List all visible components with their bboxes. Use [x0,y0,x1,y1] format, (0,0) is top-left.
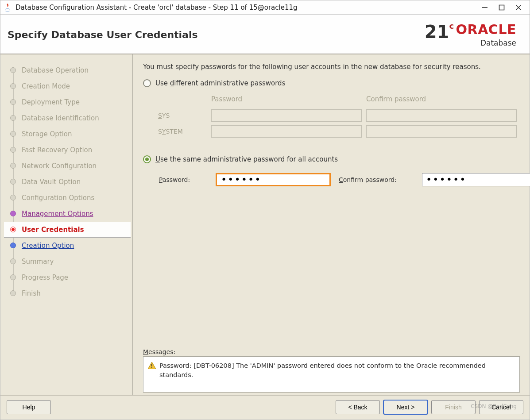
col-confirm: Confirm password [366,95,517,103]
sidebar-step-user-credentials[interactable]: User Credentials [4,222,131,238]
step-dot-icon [10,227,16,232]
confirm-password-label: Confirm password: [339,176,414,183]
sidebar-step-creation-option[interactable]: Creation Option [4,238,131,254]
intro-text: You must specify passwords for the follo… [143,62,520,72]
header: Specify Database User Credentials 21c OR… [0,15,530,54]
window-title: Database Configuration Assistant - Creat… [15,4,482,12]
window: Database Configuration Assistant - Creat… [0,0,530,420]
sidebar-step-database-operation: Database Operation [4,62,131,78]
row-sys-label: SYS [158,112,207,119]
row-system-label: SYSTEM [158,128,207,135]
sidebar-step-network-configuration: Network Configuration [4,158,131,174]
oracle-brand: 21c ORACLE Database [425,23,516,47]
step-dot-icon [10,163,16,169]
finish-button: Finish [431,400,476,414]
titlebar: Database Configuration Assistant - Creat… [0,0,530,15]
close-button[interactable] [515,4,522,11]
step-label: Finish [22,289,41,297]
step-label: Configuration Options [22,194,94,202]
step-label: Fast Recovery Option [22,146,92,154]
step-dot-icon [10,131,16,137]
confirm-password-input[interactable] [422,173,530,186]
back-button[interactable]: < Back [336,400,380,414]
help-button[interactable]: Help [7,400,51,414]
step-dot-icon [10,258,16,264]
sidebar-step-configuration-options: Configuration Options [4,190,131,206]
step-label: User Credentials [22,226,84,234]
radio-checked-icon[interactable] [143,155,151,163]
step-dot-icon [10,179,16,185]
step-dot-icon [10,83,16,89]
sidebar-step-progress-page: Progress Page [4,270,131,285]
step-dot-icon [10,274,16,280]
step-label: Summary [22,258,54,266]
step-label: Progress Page [22,274,68,281]
step-label: Storage Option [22,130,72,138]
svg-rect-4 [151,364,152,366]
option-same-label: Use the same administrative password for… [155,155,338,163]
sidebar-step-creation-mode: Creation Mode [4,78,131,94]
password-input[interactable] [216,173,331,186]
sys-password-input [211,109,362,122]
sidebar-step-database-identification: Database Identification [4,110,131,126]
step-dot-icon [10,147,16,153]
cancel-button[interactable]: Cancel [479,400,523,414]
system-confirm-input [366,125,517,138]
sidebar-step-deployment-type: Deployment Type [4,94,131,110]
radio-unchecked-icon[interactable] [143,79,151,87]
page-title: Specify Database User Credentials [8,29,198,40]
sidebar-step-management-options[interactable]: Management Options [4,206,131,222]
password-label: Password: [159,176,208,183]
different-passwords-table: Password Confirm password SYS SYSTEM [158,93,520,139]
svg-rect-5 [151,367,152,368]
sys-confirm-input [366,109,517,122]
sidebar-step-fast-recovery-option: Fast Recovery Option [4,142,131,158]
maximize-button[interactable] [499,4,505,11]
option-different-label: Use different administrative passwords [155,79,285,87]
next-button[interactable]: Next > [383,400,428,414]
step-dot-icon [10,290,16,296]
messages-label: Messages: [143,348,520,355]
step-dot-icon [10,115,16,121]
messages-box: Password: [DBT-06208] The 'ADMIN' passwo… [143,356,520,393]
sidebar-step-finish: Finish [4,285,131,301]
step-label: Data Vault Option [22,178,81,186]
sidebar-step-storage-option: Storage Option [4,126,131,142]
same-password-row: Password: Confirm password: [159,173,520,186]
title-controls [482,4,522,11]
footer: Help < Back Next > Finish Cancel [0,395,530,420]
step-dot-icon [10,243,16,248]
sidebar: Database OperationCreation ModeDeploymen… [0,54,133,395]
sidebar-step-data-vault-option: Data Vault Option [4,174,131,190]
step-label: Deployment Type [22,98,80,106]
option-same-password[interactable]: Use the same administrative password for… [143,155,520,163]
sidebar-step-summary: Summary [4,254,131,270]
message-text: Password: [DBT-06208] The 'ADMIN' passwo… [159,361,514,388]
step-dot-icon [10,211,16,216]
step-label: Creation Mode [22,82,70,90]
step-label: Database Identification [22,114,99,122]
java-app-icon [3,3,12,12]
step-dot-icon [10,67,16,73]
step-dot-icon [10,195,16,200]
col-password: Password [211,95,362,103]
option-different-passwords[interactable]: Use different administrative passwords [143,79,520,87]
svg-rect-1 [499,5,504,10]
step-label: Network Configuration [22,162,97,170]
body: Database OperationCreation ModeDeploymen… [0,54,530,395]
warning-icon [148,362,156,369]
step-label: Database Operation [22,66,89,74]
main: You must specify passwords for the follo… [133,54,530,395]
steps-list: Database OperationCreation ModeDeploymen… [4,62,131,301]
minimize-button[interactable] [482,4,488,11]
step-label: Management Options [22,210,93,218]
step-dot-icon [10,99,16,105]
messages-area: Messages: Password: [DBT-06208] The 'ADM… [143,348,520,393]
system-password-input [211,125,362,138]
step-label: Creation Option [22,242,74,250]
